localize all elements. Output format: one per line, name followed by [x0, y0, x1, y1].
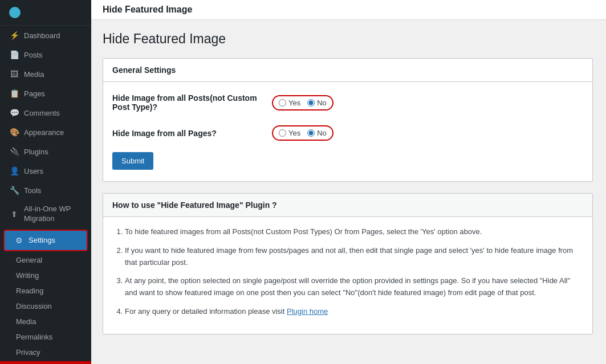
- posts-icon: 📄: [9, 50, 19, 60]
- general-settings-header: General Settings: [103, 59, 592, 82]
- hide-pages-radio-group: Yes No: [272, 125, 333, 141]
- sidebar-item-comments[interactable]: 💬 Comments: [0, 103, 91, 122]
- sidebar-item-tools[interactable]: 🔧 Tools: [0, 181, 91, 200]
- sidebar-item-users[interactable]: 👤 Users: [0, 161, 91, 181]
- hide-posts-no-option[interactable]: No: [307, 99, 327, 107]
- submenu-item-general[interactable]: General: [0, 252, 91, 268]
- sidebar-item-label: Dashboard: [24, 31, 60, 40]
- submit-button[interactable]: Submit: [112, 152, 153, 170]
- submenu-item-privacy[interactable]: Privacy: [0, 345, 91, 360]
- instructions-body: To hide featured images from all Posts(n…: [103, 217, 592, 334]
- plugins-icon: 🔌: [9, 146, 19, 157]
- submenu-item-media-settings[interactable]: Media: [0, 314, 91, 329]
- hide-pages-no-radio[interactable]: [307, 129, 315, 137]
- instruction-4: For any query or detailed information pl…: [125, 306, 581, 318]
- general-settings-card: General Settings Hide Image from all Pos…: [103, 58, 593, 182]
- sidebar-item-media[interactable]: 🖼 Media: [0, 64, 91, 84]
- submenu-item-reading[interactable]: Reading: [0, 283, 91, 298]
- hide-pages-no-option[interactable]: No: [307, 129, 327, 137]
- comments-icon: 💬: [9, 108, 19, 118]
- hide-pages-yes-option[interactable]: Yes: [279, 129, 300, 137]
- general-settings-body: Hide Image from all Posts(not Custom Pos…: [103, 82, 592, 181]
- hide-pages-yes-label: Yes: [288, 129, 300, 137]
- how-to-use-header: How to use "Hide Featured Image" Plugin …: [103, 194, 592, 217]
- topbar-plugin-label: Hide Featured Image: [103, 5, 192, 14]
- sidebar-item-pages[interactable]: 📋 Pages: [0, 84, 91, 103]
- appearance-icon: 🎨: [9, 127, 19, 137]
- wp-logo-icon: [9, 7, 21, 18]
- pages-icon: 📋: [9, 88, 19, 99]
- media-icon: 🖼: [9, 69, 19, 79]
- sidebar-item-label: Users: [24, 167, 43, 175]
- hide-posts-radio-group: Yes No: [272, 95, 333, 111]
- sidebar-item-label: All-in-One WP Migration: [24, 205, 82, 224]
- hide-posts-no-radio[interactable]: [307, 99, 315, 107]
- hide-posts-yes-option[interactable]: Yes: [279, 99, 300, 107]
- sidebar-item-allinone[interactable]: ⬆ All-in-One WP Migration: [0, 200, 91, 228]
- sidebar-item-label: Plugins: [24, 148, 48, 156]
- sidebar-item-label: Comments: [24, 109, 60, 117]
- submenu-item-discussion[interactable]: Discussion: [0, 298, 91, 314]
- instruction-1: To hide featured images from all Posts(n…: [125, 226, 581, 238]
- sidebar-item-appearance[interactable]: 🎨 Appearance: [0, 122, 91, 142]
- sidebar-item-settings[interactable]: ⚙ Settings: [5, 231, 87, 250]
- sidebar-item-label: Media: [24, 70, 44, 79]
- hide-posts-no-label: No: [317, 99, 327, 107]
- sidebar-item-dashboard[interactable]: ⚡ Dashboard: [0, 26, 91, 45]
- site-logo: [0, 0, 91, 26]
- tools-icon: 🔧: [9, 185, 19, 195]
- hide-pages-no-label: No: [317, 129, 327, 137]
- hide-posts-yes-radio[interactable]: [279, 99, 286, 107]
- sidebar-item-label: Settings: [29, 236, 55, 244]
- hide-posts-row: Hide Image from all Posts(not Custom Pos…: [112, 93, 583, 112]
- users-icon: 👤: [9, 166, 19, 176]
- allinone-icon: ⬆: [9, 209, 19, 219]
- page-content: Hide Featured Image General Settings Hid…: [91, 20, 604, 357]
- main-content: Hide Featured Image Hide Featured Image …: [91, 0, 606, 364]
- settings-icon: ⚙: [14, 235, 24, 246]
- instructions-list: To hide featured images from all Posts(n…: [103, 217, 592, 334]
- sidebar-item-plugins[interactable]: 🔌 Plugins: [0, 142, 91, 161]
- how-to-use-card: How to use "Hide Featured Image" Plugin …: [103, 193, 593, 334]
- sidebar-item-label: Tools: [24, 186, 41, 195]
- hide-posts-yes-label: Yes: [288, 99, 300, 107]
- hide-pages-row: Hide Image from all Pages? Yes No: [112, 125, 583, 141]
- submenu-item-permalinks[interactable]: Permalinks: [0, 329, 91, 345]
- submenu-item-writing[interactable]: Writing: [0, 268, 91, 283]
- sidebar-item-posts[interactable]: 📄 Posts: [0, 45, 91, 64]
- sidebar: ⚡ Dashboard 📄 Posts 🖼 Media 📋 Pages 💬 Co…: [0, 0, 91, 364]
- sidebar-item-label: Posts: [24, 51, 43, 59]
- dashboard-icon: ⚡: [9, 30, 19, 40]
- hide-posts-label: Hide Image from all Posts(not Custom Pos…: [112, 93, 261, 112]
- instruction-2: If you want to hide featured image from …: [125, 245, 581, 269]
- sidebar-item-label: Appearance: [24, 128, 64, 137]
- plugin-home-link[interactable]: Plugin home: [287, 307, 328, 316]
- topbar: Hide Featured Image: [91, 0, 606, 20]
- hide-pages-yes-radio[interactable]: [279, 129, 286, 137]
- instruction-3: At any point, the option selected on sin…: [125, 275, 581, 299]
- sidebar-item-label: Pages: [24, 89, 45, 98]
- hide-pages-label: Hide Image from all Pages?: [112, 129, 261, 138]
- page-title: Hide Featured Image: [103, 31, 593, 47]
